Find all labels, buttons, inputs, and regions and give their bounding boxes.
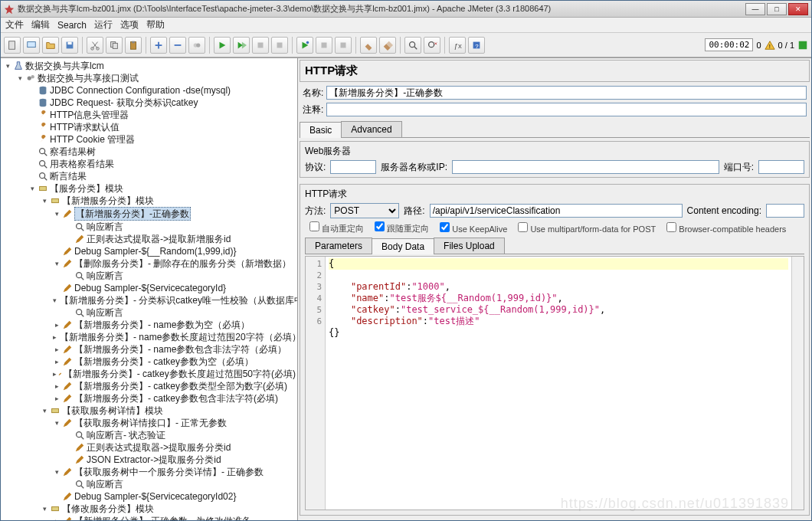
controller-icon	[38, 183, 48, 194]
wrench-icon	[38, 122, 48, 133]
test-plan-tree[interactable]: ▾数据交换与共享lcm ▾数据交换与共享接口测试 JDBC Connection…	[1, 58, 298, 520]
method-select[interactable]: POST	[330, 203, 399, 218]
controller-icon	[50, 195, 61, 206]
protocol-field[interactable]	[330, 160, 376, 174]
comment-label: 注释:	[303, 103, 323, 116]
svg-text:!: !	[768, 43, 770, 50]
status-icon	[797, 40, 808, 51]
svg-point-37	[77, 432, 82, 437]
save-button[interactable]	[61, 37, 78, 54]
svg-rect-1	[28, 41, 36, 47]
chk-auto-redirect[interactable]	[309, 221, 319, 231]
wrench-icon	[38, 110, 48, 120]
function-button[interactable]: ƒx	[449, 37, 466, 54]
encoding-field[interactable]	[766, 204, 804, 218]
search-icon	[74, 479, 85, 490]
svg-rect-23	[799, 41, 807, 49]
toggle-button[interactable]	[188, 37, 205, 54]
pencil-icon	[62, 344, 73, 355]
pencil-icon	[62, 516, 73, 520]
remote-shutdown-button[interactable]	[335, 37, 352, 54]
svg-rect-16	[341, 42, 346, 48]
path-field[interactable]	[430, 204, 683, 218]
maximize-button[interactable]: □	[767, 3, 787, 15]
svg-rect-36	[52, 408, 59, 412]
http-request-panel: HTTP请求 名称: 注释: Basic Advanced Web服务器 协议:…	[298, 58, 811, 520]
name-field[interactable]	[326, 86, 807, 100]
chk-multipart[interactable]	[518, 222, 528, 232]
reset-search-button[interactable]	[424, 37, 440, 54]
pencil-icon	[62, 491, 73, 502]
subtab-body-data[interactable]: Body Data	[372, 238, 434, 254]
close-button[interactable]: ✕	[788, 3, 808, 15]
pencil-icon	[62, 393, 73, 404]
body-data-editor[interactable]: 123456 { "parentId":"1000", "name":"test…	[305, 256, 804, 510]
svg-point-34	[77, 273, 82, 278]
search-icon	[74, 307, 85, 318]
wrench-icon	[38, 134, 48, 145]
thread-group[interactable]: 数据交换与共享接口测试	[38, 72, 139, 84]
menu-file[interactable]: 文件	[5, 18, 24, 31]
pencil-icon	[74, 234, 85, 244]
search-icon	[38, 171, 48, 182]
db-icon	[38, 97, 48, 108]
db-icon	[38, 85, 48, 96]
selected-node[interactable]: 【新增服务分类】-正确参数	[74, 207, 191, 221]
panel-title: HTTP请求	[300, 60, 810, 82]
remote-start-button[interactable]	[296, 37, 313, 54]
remote-stop-button[interactable]	[316, 37, 332, 54]
comment-field[interactable]	[326, 103, 807, 116]
search-button[interactable]	[404, 37, 421, 54]
tab-basic[interactable]: Basic	[300, 122, 342, 138]
pencil-icon	[74, 454, 85, 465]
toolbar: ƒx ? 00:00:02 0 ! 0 / 1	[1, 33, 811, 57]
shutdown-button[interactable]	[271, 37, 288, 54]
elapsed-time: 00:00:02	[705, 38, 753, 51]
subtab-files-upload[interactable]: Files Upload	[434, 238, 505, 254]
templates-button[interactable]	[23, 37, 40, 54]
subtab-parameters[interactable]: Parameters	[305, 238, 372, 254]
svg-rect-31	[40, 186, 47, 190]
copy-button[interactable]	[106, 37, 123, 54]
search-icon	[38, 146, 48, 157]
warning-icon: !	[765, 40, 775, 51]
flask-icon	[13, 61, 24, 71]
help-button[interactable]: ?	[468, 37, 485, 54]
menu-search[interactable]: Search	[57, 20, 87, 31]
menu-edit[interactable]: 编辑	[31, 18, 50, 31]
port-field[interactable]	[758, 160, 804, 174]
search-icon	[74, 430, 85, 441]
cut-button[interactable]	[87, 37, 103, 54]
pencil-icon	[62, 418, 73, 428]
svg-point-35	[77, 310, 82, 315]
chk-browser-headers[interactable]	[666, 222, 676, 232]
pencil-icon	[62, 356, 73, 367]
stop-button[interactable]	[252, 37, 269, 54]
paste-button[interactable]	[125, 37, 142, 54]
tab-advanced[interactable]: Advanced	[341, 121, 401, 137]
server-field[interactable]	[452, 160, 719, 174]
open-button[interactable]	[42, 37, 59, 54]
collapse-button[interactable]	[169, 37, 186, 54]
svg-point-25	[31, 75, 34, 78]
pencil-icon	[62, 258, 73, 269]
menu-help[interactable]: 帮助	[146, 18, 165, 31]
new-button[interactable]	[4, 37, 21, 54]
start-noTimer-button[interactable]	[233, 37, 250, 54]
menu-run[interactable]: 运行	[94, 18, 113, 31]
thread-count: 0 / 1	[778, 41, 794, 50]
clear-button[interactable]	[360, 37, 377, 54]
vertical-scrollbar[interactable]	[791, 257, 804, 510]
chk-follow-redirect[interactable]	[375, 221, 385, 231]
chk-keepalive[interactable]	[440, 222, 450, 232]
toggle-icon[interactable]: ▾	[4, 62, 11, 70]
expand-button[interactable]	[150, 37, 167, 54]
minimize-button[interactable]: —	[745, 3, 765, 15]
menu-options[interactable]: 选项	[120, 18, 139, 31]
tree-root[interactable]: 数据交换与共享lcm	[25, 60, 104, 72]
svg-rect-15	[322, 42, 327, 48]
pencil-icon	[62, 283, 73, 293]
clear-all-button[interactable]	[379, 37, 396, 54]
svg-point-29	[40, 161, 45, 166]
start-button[interactable]	[214, 37, 231, 54]
